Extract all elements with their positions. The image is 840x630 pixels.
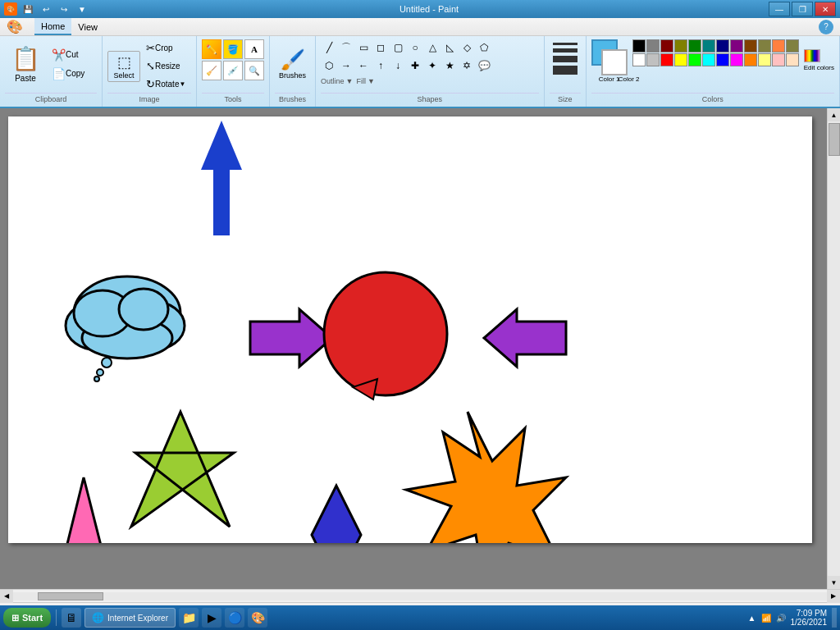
home-tab[interactable]: Home: [34, 18, 71, 35]
shape-star4[interactable]: ✦: [424, 57, 441, 74]
shape-triangle[interactable]: △: [424, 39, 441, 56]
color-black[interactable]: [632, 39, 646, 52]
shape-star5[interactable]: ★: [441, 57, 458, 74]
paint-taskbar-btn[interactable]: 🎨: [248, 608, 267, 628]
color-maroon[interactable]: [660, 39, 673, 52]
scroll-track-h[interactable]: [13, 592, 827, 600]
color-red[interactable]: [660, 53, 673, 66]
vertical-scrollbar[interactable]: ▲ ▼: [827, 108, 840, 589]
color-gray[interactable]: [646, 39, 660, 52]
color-dk-yellow[interactable]: [758, 39, 771, 52]
color-white[interactable]: [632, 53, 646, 66]
color-orange[interactable]: [772, 39, 785, 52]
size-3[interactable]: [553, 56, 578, 62]
horizontal-scrollbar[interactable]: ◀ ▶: [0, 589, 840, 602]
media-taskbar-btn[interactable]: ▶: [202, 608, 221, 628]
color-cyan[interactable]: [702, 53, 715, 66]
view-tab[interactable]: View: [71, 18, 104, 35]
shape-u-arrow[interactable]: ↑: [372, 57, 389, 74]
pencil-fill-btn[interactable]: ✏️: [202, 39, 221, 59]
color-teal[interactable]: [702, 39, 715, 52]
shape-star6[interactable]: ✡: [459, 57, 475, 74]
show-desktop-btn[interactable]: 🖥: [62, 608, 81, 628]
color-brown[interactable]: [744, 39, 757, 52]
help-btn[interactable]: ?: [819, 20, 833, 34]
folder-taskbar-btn[interactable]: 📁: [179, 608, 199, 628]
scroll-track-v[interactable]: [828, 121, 840, 576]
color-lime[interactable]: [688, 53, 701, 66]
rotate-button[interactable]: ↻ Rotate ▼: [142, 75, 191, 93]
save-quick-btn[interactable]: 💾: [21, 2, 35, 16]
brushes-button[interactable]: 🖌️ Brushes: [275, 39, 310, 89]
scroll-down-btn[interactable]: ▼: [828, 576, 840, 589]
eraser-btn[interactable]: 🧹: [202, 61, 221, 80]
shape-pentagon[interactable]: ⬠: [476, 39, 492, 56]
color-magenta[interactable]: [730, 53, 743, 66]
color-green[interactable]: [688, 39, 701, 52]
color-purple[interactable]: [730, 39, 743, 52]
color-navy[interactable]: [716, 39, 729, 52]
color-orange2[interactable]: [744, 53, 757, 66]
shape-r-arrow[interactable]: →: [338, 57, 354, 74]
color-pink[interactable]: [772, 53, 785, 66]
shape-ellipse[interactable]: ○: [407, 39, 423, 56]
canvas-area[interactable]: [0, 108, 827, 589]
shape-diamond[interactable]: ◇: [459, 39, 475, 56]
crop-button[interactable]: ✂ Crop: [142, 39, 191, 57]
fill-dropdown[interactable]: Fill ▼: [356, 77, 374, 85]
shape-l-arrow[interactable]: ←: [355, 57, 372, 74]
fill-btn[interactable]: 🪣: [223, 39, 243, 59]
network-icon: 📶: [761, 614, 771, 623]
shape-curve[interactable]: ⌒: [338, 39, 354, 56]
cut-button[interactable]: ✂️ Cut: [48, 46, 97, 64]
undo-quick-btn[interactable]: ↩: [39, 2, 53, 16]
color-olive[interactable]: [674, 39, 687, 52]
text-btn[interactable]: A: [244, 39, 264, 59]
size-4[interactable]: [553, 66, 578, 75]
color-yellow[interactable]: [674, 53, 687, 66]
scroll-right-btn[interactable]: ▶: [827, 590, 840, 603]
shape-d-arrow[interactable]: ↓: [390, 57, 406, 74]
restore-btn[interactable]: ❐: [792, 2, 813, 16]
shape-balloon[interactable]: 💬: [476, 57, 492, 74]
dropdown-quick-btn[interactable]: ▼: [75, 2, 89, 16]
size-2[interactable]: [553, 48, 578, 52]
tools-group: ✏️ 🪣 A 🧹 💉 🔍 Tools: [197, 36, 270, 107]
shape-hex[interactable]: ⬡: [321, 57, 337, 74]
color-peach[interactable]: [786, 53, 799, 66]
scroll-left-btn[interactable]: ◀: [0, 590, 13, 603]
shape-right-tri[interactable]: ◺: [441, 39, 458, 56]
start-button[interactable]: ⊞ Start: [3, 608, 51, 628]
size-1[interactable]: [553, 43, 578, 45]
shape-round-rect[interactable]: ▢: [390, 39, 406, 56]
color-blue[interactable]: [716, 53, 729, 66]
paint-menu[interactable]: 🎨: [0, 18, 34, 35]
image-group: ⬚ Select ✂ Crop ⤡ Resize ↻ Rotate ▼ Im: [103, 36, 197, 107]
scroll-thumb-v[interactable]: [829, 123, 840, 156]
edit-colors-btn[interactable]: Edit colors: [804, 39, 834, 80]
color-silver[interactable]: [646, 53, 660, 66]
color-dk-olive[interactable]: [786, 39, 799, 52]
picker-btn[interactable]: 💉: [223, 61, 243, 80]
scroll-thumb-h[interactable]: [38, 592, 103, 600]
magnifier-btn[interactable]: 🔍: [244, 61, 264, 80]
paint-canvas[interactable]: [8, 116, 812, 543]
color-lt-yellow[interactable]: [758, 53, 771, 66]
ie-taskbar-item[interactable]: 🌐 Internet Explorer: [84, 608, 176, 628]
shape-rect[interactable]: ▭: [355, 39, 372, 56]
scroll-up-btn[interactable]: ▲: [828, 108, 840, 121]
redo-quick-btn[interactable]: ↪: [57, 2, 71, 16]
shape-4way[interactable]: ✚: [407, 57, 423, 74]
outline-dropdown[interactable]: Outline ▼: [321, 77, 353, 85]
color2-box[interactable]: [601, 49, 628, 75]
close-btn[interactable]: ✕: [815, 2, 836, 16]
show-desktop-strip[interactable]: [832, 608, 837, 628]
copy-button[interactable]: 📄 Copy: [48, 65, 97, 83]
shape-rect2[interactable]: ◻: [372, 39, 389, 56]
minimize-btn[interactable]: —: [769, 2, 790, 16]
select-button[interactable]: ⬚ Select: [107, 51, 140, 82]
shape-line[interactable]: ╱: [321, 39, 337, 56]
chrome-taskbar-btn[interactable]: 🔵: [225, 608, 244, 628]
paste-button[interactable]: 📋 Paste: [5, 39, 46, 89]
resize-button[interactable]: ⤡ Resize: [142, 57, 191, 75]
